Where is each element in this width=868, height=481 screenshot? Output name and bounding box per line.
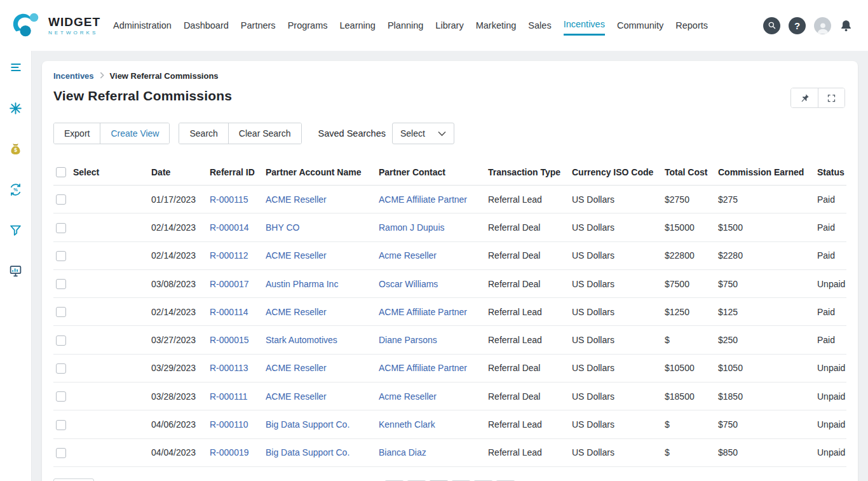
partner-contact-link[interactable]: ACME Affiliate Partner (379, 307, 467, 317)
header-status: Status (815, 161, 846, 186)
referral-id-link[interactable]: R-000017 (210, 279, 249, 289)
money-bag-icon[interactable]: $ (8, 141, 24, 156)
cell-partner-contact: ACME Affiliate Partner (376, 354, 485, 382)
partner-contact-link[interactable]: Acme Reseller (379, 250, 437, 261)
referral-id-link[interactable]: R-000111 (210, 391, 247, 402)
row-checkbox[interactable] (56, 307, 66, 317)
partner-account-link[interactable]: ACME Reseller (266, 363, 327, 373)
cell-status: Unpaid (815, 438, 846, 466)
nav-item-dashboard[interactable]: Dashboard (184, 17, 229, 35)
row-checkbox[interactable] (56, 223, 66, 233)
partner-contact-link[interactable]: Bianca Diaz (379, 447, 426, 457)
nav-item-community[interactable]: Community (617, 17, 663, 35)
header-select-label: Select (73, 167, 99, 177)
partner-account-link[interactable]: ACME Reseller (266, 307, 327, 317)
nav-item-partners[interactable]: Partners (241, 17, 276, 35)
partner-contact-link[interactable]: Ramon J Dupuis (379, 222, 445, 233)
referral-id-link[interactable]: R-000019 (210, 447, 249, 457)
partner-contact-link[interactable]: Acme Reseller (379, 391, 437, 402)
topbar-actions: ? (763, 17, 853, 34)
help-icon[interactable]: ? (789, 17, 806, 34)
hamburger-menu-icon[interactable] (8, 60, 24, 75)
partner-account-link[interactable]: BHY CO (266, 222, 299, 233)
nav-item-learning[interactable]: Learning (339, 17, 375, 35)
row-checkbox[interactable] (56, 391, 66, 402)
card-action-buttons (790, 88, 845, 108)
select-all-checkbox[interactable] (56, 167, 66, 177)
logo[interactable]: WIDGET NETWORKS (10, 10, 100, 41)
referral-id-link[interactable]: R-000115 (210, 194, 248, 205)
chevron-down-icon (438, 128, 446, 139)
search-button[interactable]: Search (179, 123, 227, 144)
partner-contact-link[interactable]: ACME Affiliate Partner (379, 363, 467, 373)
svg-text:%: % (13, 187, 18, 193)
partner-contact-link[interactable]: Kenneth Clark (379, 419, 435, 430)
table-row: 01/17/2023 R-000115 ACME Reseller ACME A… (53, 186, 846, 213)
cell-date: 02/14/2023 (149, 213, 207, 241)
partner-account-link[interactable]: ACME Reseller (266, 194, 327, 205)
row-checkbox[interactable] (56, 251, 66, 261)
table-row: 03/08/2023 R-000017 Austin Pharma Inc Os… (53, 269, 846, 297)
export-button[interactable]: Export (54, 123, 100, 144)
nav-item-incentives[interactable]: Incentives (564, 15, 605, 36)
monitor-chart-icon[interactable] (8, 263, 24, 278)
cell-select (53, 354, 149, 382)
nav-item-sales[interactable]: Sales (528, 17, 551, 35)
nav-item-programs[interactable]: Programs (288, 17, 328, 35)
create-view-button[interactable]: Create View (100, 123, 169, 144)
cell-date: 01/17/2023 (149, 186, 207, 213)
cell-referral-id: R-000110 (207, 410, 263, 438)
pin-button[interactable] (791, 88, 818, 107)
row-checkbox[interactable] (56, 448, 66, 458)
cell-currency-iso-code: US Dollars (569, 269, 662, 297)
partner-contact-link[interactable]: ACME Affiliate Partner (379, 194, 467, 205)
cell-status: Paid (815, 326, 846, 354)
partner-contact-link[interactable]: Oscar Williams (379, 279, 438, 289)
row-checkbox[interactable] (56, 194, 66, 205)
breadcrumb-incentives-link[interactable]: Incentives (53, 71, 94, 81)
clear-search-button[interactable]: Clear Search (228, 123, 301, 144)
nav-item-planning[interactable]: Planning (388, 17, 423, 35)
partner-contact-link[interactable]: Diane Parsons (379, 335, 437, 345)
referral-id-link[interactable]: R-000015 (210, 335, 249, 345)
referral-id-link[interactable]: R-000114 (210, 307, 248, 317)
search-icon[interactable] (763, 17, 780, 34)
user-avatar[interactable] (814, 17, 831, 34)
cell-partner-account-name: Big Data Support Co. (263, 438, 376, 466)
funnel-icon[interactable] (8, 222, 24, 238)
page-size-select[interactable]: 10 (53, 478, 94, 481)
nav-item-library[interactable]: Library (435, 17, 463, 35)
snowflake-icon[interactable] (8, 100, 24, 116)
cell-currency-iso-code: US Dollars (569, 438, 662, 466)
cell-partner-account-name: ACME Reseller (263, 354, 376, 382)
partner-account-link[interactable]: Big Data Support Co. (266, 419, 349, 430)
saved-searches-select[interactable]: Select (392, 123, 454, 144)
sidebar: $ % (0, 51, 32, 481)
nav-item-reports[interactable]: Reports (675, 17, 708, 35)
nav-item-administration[interactable]: Administration (113, 17, 172, 35)
referral-id-link[interactable]: R-000110 (210, 419, 248, 430)
partner-account-link[interactable]: Big Data Support Co. (266, 447, 349, 457)
notifications-bell-icon[interactable] (839, 19, 853, 32)
referral-id-link[interactable]: R-000112 (210, 250, 248, 261)
partner-account-link[interactable]: Stark Automotives (266, 335, 337, 345)
table-row: 04/06/2023 R-000110 Big Data Support Co.… (53, 410, 846, 438)
row-checkbox[interactable] (56, 420, 66, 430)
row-checkbox[interactable] (56, 335, 66, 346)
row-checkbox[interactable] (56, 363, 66, 374)
cell-partner-account-name: Big Data Support Co. (263, 410, 376, 438)
partner-account-link[interactable]: Austin Pharma Inc (266, 279, 338, 289)
fullscreen-button[interactable] (818, 88, 844, 107)
table-row: 04/04/2023 R-000019 Big Data Support Co.… (53, 438, 846, 466)
cell-transaction-type: Referral Deal (485, 383, 569, 410)
percent-refresh-icon[interactable]: % (8, 182, 24, 197)
nav-item-marketing[interactable]: Marketing (476, 17, 517, 35)
partner-account-link[interactable]: ACME Reseller (266, 250, 327, 261)
row-checkbox[interactable] (56, 279, 66, 289)
referral-id-link[interactable]: R-000014 (210, 222, 249, 233)
partner-account-link[interactable]: ACME Reseller (266, 391, 327, 402)
cell-status: Paid (815, 213, 846, 241)
referral-id-link[interactable]: R-000113 (210, 363, 248, 373)
cell-commission-earned: $750 (715, 410, 815, 438)
cell-transaction-type: Referral Lead (485, 186, 569, 213)
